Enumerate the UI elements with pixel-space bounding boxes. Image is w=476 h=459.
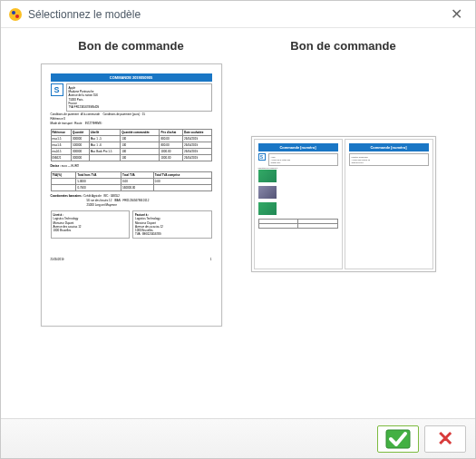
page-left: Commande [numéro] S Apple Avenue de la n… bbox=[254, 139, 343, 269]
table-row: ma24.5300000Mac Book Pro 1.51001000.0026… bbox=[51, 149, 211, 155]
deliver-box: Livré à : Logistics Technology Monsieur … bbox=[51, 210, 131, 239]
product-image bbox=[258, 202, 277, 215]
template-thumbnail-double: Commande [numéro] S Apple Avenue de la n… bbox=[251, 136, 436, 272]
svg-point-0 bbox=[9, 8, 22, 21]
option-label: Bon de commande bbox=[78, 39, 183, 53]
logo-icon: S bbox=[258, 153, 266, 161]
lines-table: RéférenceQuantité LibelléQuantité comman… bbox=[51, 129, 212, 161]
table-row: mac1.5300000Mac 1 ..5130800.0026/04/2019 bbox=[51, 136, 211, 142]
titlebar: Sélectionnez le modèle ✕ bbox=[1, 1, 475, 28]
page-right: Commande [numéro] Logistics Technology A… bbox=[345, 139, 433, 269]
svg-point-1 bbox=[12, 11, 15, 15]
table-row: 0966213000001001000.0026/04/2019 bbox=[51, 155, 211, 161]
product-image bbox=[258, 170, 277, 182]
content-area: Bon de commande COMMANDE 2019050905 S Ap… bbox=[1, 28, 475, 418]
product-image bbox=[258, 186, 277, 199]
doc-banner: COMMANDE 2019050905 bbox=[51, 73, 212, 82]
template-option-2[interactable]: Bon de commande Commande [numéro] S Appl… bbox=[251, 39, 436, 272]
logo-icon: S bbox=[51, 83, 63, 96]
ok-button[interactable] bbox=[377, 425, 419, 453]
window-title: Sélectionnez le modèle bbox=[28, 8, 141, 21]
close-icon[interactable]: ✕ bbox=[445, 4, 468, 24]
invoice-box: Facturé à : Logistics Technology Monsieu… bbox=[132, 210, 212, 239]
doc-page: 1 bbox=[210, 258, 212, 261]
svg-point-2 bbox=[15, 15, 19, 18]
option-label: Bon de commande bbox=[290, 39, 395, 53]
template-thumbnail-single: COMMANDE 2019050905 S Apple Madame Portn… bbox=[41, 63, 222, 327]
template-option-1[interactable]: Bon de commande COMMANDE 2019050905 S Ap… bbox=[41, 39, 222, 327]
table-row: mac1.6500000Mac 1 ..6130800.0026/04/2019 bbox=[51, 142, 211, 149]
dialog-window: Sélectionnez le modèle ✕ Bon de commande… bbox=[0, 0, 476, 459]
totals-table: TVA(%)Total hors TVATotal TVATotal TVA c… bbox=[51, 171, 212, 191]
check-icon bbox=[385, 429, 411, 449]
app-icon bbox=[8, 7, 23, 22]
client-box: Apple Madame Portnanche Avenue de la nat… bbox=[66, 83, 212, 112]
cancel-button[interactable]: ✕ bbox=[424, 425, 466, 453]
doc-date: 25/05/2019 bbox=[51, 258, 64, 261]
button-bar: ✕ bbox=[1, 418, 475, 458]
x-icon: ✕ bbox=[437, 427, 453, 451]
